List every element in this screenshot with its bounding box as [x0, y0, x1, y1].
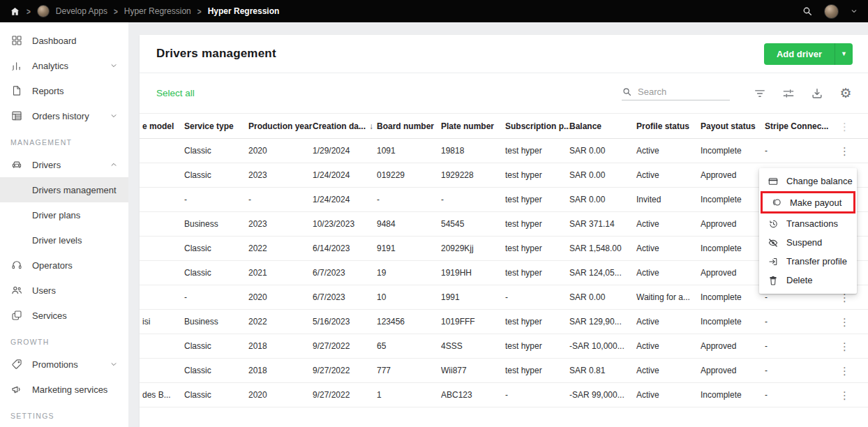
menu-item-suspend[interactable]: Suspend	[759, 233, 857, 252]
sidebar-item-operators[interactable]: Operators	[0, 253, 128, 278]
cell-creation-da: 5/16/2023	[313, 317, 377, 327]
cell-subscription-p: test hyper	[505, 317, 569, 327]
home-icon[interactable]	[10, 6, 20, 17]
table-row[interactable]: isiBusiness20225/16/20231234561019FFFtes…	[140, 310, 868, 334]
search-icon[interactable]	[802, 6, 813, 17]
sidebar-item-label: Drivers management	[32, 185, 119, 195]
chevron-down-icon	[109, 359, 119, 369]
search-input[interactable]	[638, 87, 721, 97]
breadcrumb-parent[interactable]: Hyper Regression	[124, 6, 191, 16]
chevron-down-icon[interactable]	[850, 7, 858, 15]
gear-icon[interactable]: ⚙	[839, 87, 853, 100]
menu-item-make-payout[interactable]: Make payout	[763, 193, 853, 211]
cell-board-number: 123456	[377, 317, 441, 327]
cell-subscription-p: test hyper	[505, 195, 569, 204]
cell-board-number: 10	[377, 292, 441, 302]
row-actions-menu: Change balanceMake payoutTransactionsSus…	[759, 168, 857, 294]
column-header-service-type[interactable]: Service type	[184, 121, 248, 131]
column-header-balance[interactable]: Balance	[569, 121, 636, 131]
header-actions-button[interactable]: ⋮	[837, 119, 853, 133]
chevron-up-icon	[109, 160, 119, 170]
sidebar-item-label: Marketing services	[32, 384, 119, 395]
cell-balance: SAR 124,05...	[569, 268, 636, 278]
drivers-icon	[10, 158, 23, 171]
sidebar-item-drivers-management[interactable]: Drivers management	[0, 177, 128, 202]
menu-item-transfer-profile[interactable]: Transfer profile	[759, 252, 857, 271]
sidebar-item-promotions[interactable]: Promotions	[0, 352, 128, 377]
column-header-board-number[interactable]: Board number	[377, 121, 441, 131]
column-header-e-model[interactable]: e model	[140, 121, 184, 131]
row-actions-button[interactable]: ⋮	[837, 364, 853, 377]
cell-plate-number: -	[441, 195, 505, 204]
sidebar-item-users[interactable]: Users	[0, 278, 128, 303]
menu-item-label: Transactions	[786, 218, 838, 229]
column-header-profile-status[interactable]: Profile status	[636, 121, 701, 131]
tune-icon[interactable]	[781, 87, 795, 100]
column-header-label: Payout status	[701, 121, 756, 131]
cell-production-year: 2023	[248, 170, 313, 180]
column-header-subscription-p[interactable]: Subscription p...	[505, 121, 569, 131]
column-header-creation-da[interactable]: Creation da...↓	[313, 121, 377, 131]
menu-item-transactions[interactable]: Transactions	[759, 214, 857, 233]
sidebar-item-driver-levels[interactable]: Driver levels	[0, 227, 128, 253]
caret-down-icon[interactable]: ▼	[835, 43, 853, 65]
column-header-plate-number[interactable]: Plate number	[441, 121, 505, 131]
cell-e-model: isi	[140, 317, 184, 327]
cell-production-year: 2020	[248, 390, 313, 400]
cell-balance: SAR 0.00	[569, 170, 636, 180]
sidebar-item-services[interactable]: Services	[0, 303, 128, 328]
cell-creation-da: 1/24/2024	[313, 170, 377, 180]
column-header-production-year[interactable]: Production year	[248, 121, 313, 131]
row-actions-button[interactable]: ⋮	[837, 315, 853, 329]
sidebar-item-label: Drivers	[32, 160, 109, 170]
cell-service-type: Classic	[184, 268, 248, 278]
user-avatar[interactable]	[824, 4, 839, 19]
users-icon	[10, 284, 23, 297]
cell-production-year: 2022	[248, 317, 313, 327]
menu-item-change-balance[interactable]: Change balance	[759, 172, 857, 190]
download-icon[interactable]	[810, 87, 824, 100]
add-driver-label: Add driver	[764, 49, 835, 59]
sidebar-item-orders-history[interactable]: Orders history	[0, 103, 128, 128]
cell-plate-number: 1929228	[441, 170, 505, 180]
select-all-link[interactable]: Select all	[156, 88, 195, 98]
cell-profile-status: Waiting for a...	[636, 292, 701, 302]
cell-profile-status: Active	[636, 390, 701, 400]
cell-board-number: -	[377, 195, 441, 204]
cell-production-year: 2018	[248, 341, 313, 351]
sidebar-item-dashboard[interactable]: Dashboard	[0, 28, 128, 53]
cell-profile-status: Active	[636, 366, 701, 375]
sidebar-item-label: Users	[32, 285, 119, 296]
column-header-payout-status[interactable]: Payout status	[701, 121, 765, 131]
app-avatar	[37, 5, 50, 17]
sidebar-item-reports[interactable]: Reports	[0, 78, 128, 103]
menu-item-label: Suspend	[786, 237, 822, 248]
cell-creation-da: 9/27/2022	[313, 390, 377, 400]
table-row[interactable]: Classic20201/29/2024109119818test hyperS…	[140, 139, 868, 163]
row-actions-button[interactable]: ⋮	[837, 340, 853, 353]
cell-balance: -SAR 10,000...	[569, 341, 636, 351]
cell-service-type: Classic	[184, 366, 248, 375]
marketing-icon	[10, 383, 23, 396]
table-row[interactable]: des B...Classic20209/27/20221ABC123--SAR…	[140, 383, 868, 407]
sidebar-item-analytics[interactable]: Analytics	[0, 53, 128, 78]
breadcrumb-app[interactable]: Develop Apps	[56, 6, 107, 16]
cell-service-type: Business	[184, 317, 248, 327]
table-row[interactable]: Classic20189/27/2022654SSStest hyper-SAR…	[140, 334, 868, 359]
table-row[interactable]: Classic20189/27/2022777Wii877test hyperS…	[140, 359, 868, 383]
filter-icon[interactable]	[753, 87, 767, 100]
delete-icon	[768, 275, 779, 286]
eye-off-icon	[768, 237, 779, 248]
add-driver-button[interactable]: Add driver ▼	[764, 43, 853, 65]
cell-profile-status: Invited	[636, 195, 701, 204]
sidebar-item-marketing-services[interactable]: Marketing services	[0, 377, 128, 402]
row-actions-button[interactable]: ⋮	[837, 144, 853, 158]
column-header-stripe-connec[interactable]: Stripe Connec...	[765, 121, 848, 131]
menu-item-delete[interactable]: Delete	[759, 271, 857, 290]
row-actions-button[interactable]: ⋮	[837, 389, 853, 402]
column-header-label: e model	[142, 121, 174, 131]
cell-production-year: 2020	[248, 146, 313, 156]
dashboard-icon	[10, 34, 23, 47]
sidebar-item-driver-plans[interactable]: Driver plans	[0, 202, 128, 227]
sidebar-item-drivers[interactable]: Drivers	[0, 152, 128, 177]
